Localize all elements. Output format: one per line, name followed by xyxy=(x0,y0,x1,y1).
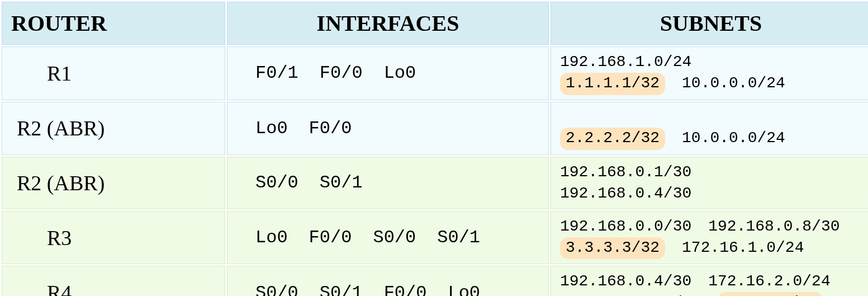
subnet: 172.16.1.0/24 xyxy=(682,237,804,259)
router-name: R1 xyxy=(2,46,225,100)
subnet: 192.168.0.8/30 xyxy=(708,216,839,237)
table-row: R2 (ABR)Lo0F0/0 2.2.2.2/3210.0.0.0/24 xyxy=(2,102,868,156)
subnet: 192.168.0.0/30 xyxy=(560,216,691,237)
interfaces-cell: Lo0F0/0 xyxy=(227,102,549,156)
interfaces-cell: S0/0S0/1F0/0Lo0 xyxy=(227,266,549,296)
interface: S0/0 xyxy=(255,283,298,296)
table-row: R1F0/1F0/0Lo0192.168.1.0/241.1.1.1/3210.… xyxy=(2,46,868,100)
subnets-cell: 192.168.0.0/30192.168.0.8/303.3.3.3/3217… xyxy=(551,211,868,265)
subnet: 192.168.1.0/24 xyxy=(560,51,691,73)
header-router: ROUTER xyxy=(2,2,225,45)
subnet-line: 192.168.1.0/24 xyxy=(560,51,863,73)
subnet: 192.168.0.1/30 xyxy=(560,162,691,183)
subnet-highlight: 4.4.4.4/32 xyxy=(718,292,823,296)
subnets-cell: 2.2.2.2/3210.0.0.0/24 xyxy=(551,102,868,156)
interfaces-cell: F0/1F0/0Lo0 xyxy=(227,46,549,100)
interface: Lo0 xyxy=(448,283,480,296)
subnet: 192.168.0.4/30 xyxy=(560,271,691,292)
header-row: ROUTER INTERFACES SUBNETS xyxy=(2,2,868,45)
interface: S0/1 xyxy=(320,172,363,193)
interface: Lo0 xyxy=(255,118,288,139)
subnet: 10.0.0.0/24 xyxy=(682,128,785,149)
interface: S0/0 xyxy=(255,172,298,193)
subnet-line: 3.3.3.3/32172.16.1.0/24 xyxy=(560,237,863,260)
subnets-cell: 192.168.0.4/30172.16.2.0/24192.168.0.10/… xyxy=(551,266,868,296)
subnet-line: 192.168.0.4/30 xyxy=(560,183,863,204)
table-row: R4S0/0S0/1F0/0Lo0192.168.0.4/30172.16.2.… xyxy=(2,266,868,296)
router-name: R2 (ABR) xyxy=(2,102,225,156)
subnets-cell: 192.168.1.0/241.1.1.1/3210.0.0.0/24 xyxy=(551,46,868,100)
subnet-highlight: 3.3.3.3/32 xyxy=(560,237,665,260)
subnets-cell: 192.168.0.1/30192.168.0.4/30 xyxy=(551,157,868,209)
routing-table: ROUTER INTERFACES SUBNETS R1F0/1F0/0Lo01… xyxy=(0,0,868,296)
interface: Lo0 xyxy=(255,227,288,248)
interface: F0/1 xyxy=(255,63,298,83)
subnet-line: 2.2.2.2/3210.0.0.0/24 xyxy=(560,128,863,150)
table-row: R3Lo0F0/0S0/0S0/1192.168.0.0/30192.168.0… xyxy=(2,211,868,265)
subnet: 10.0.0.0/24 xyxy=(682,73,785,94)
subnet-line: 192.168.0.10/304.4.4.4/32 xyxy=(560,292,863,296)
interface: F0/0 xyxy=(320,63,363,83)
interface: S0/1 xyxy=(437,227,480,248)
header-interfaces: INTERFACES xyxy=(227,2,549,45)
subnet-highlight: 2.2.2.2/32 xyxy=(560,128,665,150)
router-name: R2 (ABR) xyxy=(2,157,225,209)
interface: S0/1 xyxy=(320,283,363,296)
interfaces-cell: S0/0S0/1 xyxy=(227,157,549,209)
subnet-line: 192.168.0.1/30 xyxy=(560,162,863,183)
interface: Lo0 xyxy=(384,63,416,83)
subnet-highlight: 1.1.1.1/32 xyxy=(560,73,665,95)
interface: S0/0 xyxy=(373,227,416,248)
subnet-line: 1.1.1.1/3210.0.0.0/24 xyxy=(560,73,863,95)
subnet: 192.168.0.4/30 xyxy=(560,183,691,204)
subnet: 172.16.2.0/24 xyxy=(708,271,830,292)
interface: F0/0 xyxy=(309,118,352,139)
subnet-line: 192.168.0.0/30192.168.0.8/30 xyxy=(560,216,863,237)
router-name: R3 xyxy=(2,211,225,265)
subnet-line: 192.168.0.4/30172.16.2.0/24 xyxy=(560,271,863,292)
subnet: 192.168.0.10/30 xyxy=(560,292,701,296)
interface: F0/0 xyxy=(384,283,427,296)
header-subnets: SUBNETS xyxy=(551,2,868,45)
table-row: R2 (ABR)S0/0S0/1192.168.0.1/30192.168.0.… xyxy=(2,157,868,209)
interface: F0/0 xyxy=(309,227,352,248)
router-name: R4 xyxy=(2,266,225,296)
subnet-line xyxy=(560,107,863,128)
interfaces-cell: Lo0F0/0S0/0S0/1 xyxy=(227,211,549,265)
